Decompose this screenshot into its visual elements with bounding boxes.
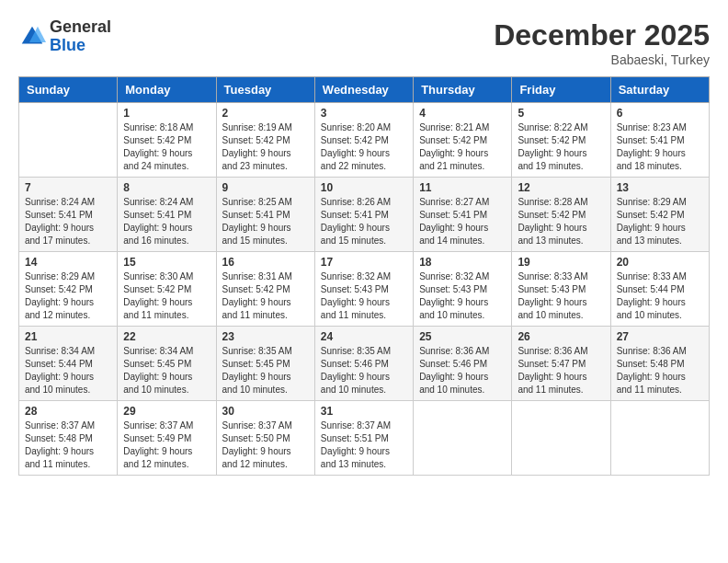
calendar-cell: 21Sunrise: 8:34 AMSunset: 5:44 PMDayligh… — [19, 327, 118, 401]
calendar-week-row: 1Sunrise: 8:18 AMSunset: 5:42 PMDaylight… — [19, 103, 710, 178]
day-info: Sunrise: 8:36 AMSunset: 5:48 PMDaylight:… — [617, 345, 703, 396]
day-number: 26 — [518, 330, 604, 343]
day-number: 15 — [123, 256, 210, 269]
header-day-monday: Monday — [118, 77, 216, 103]
calendar-cell: 11Sunrise: 8:27 AMSunset: 5:41 PMDayligh… — [414, 178, 512, 252]
day-info: Sunrise: 8:36 AMSunset: 5:46 PMDaylight:… — [419, 345, 506, 396]
day-info: Sunrise: 8:24 AMSunset: 5:41 PMDaylight:… — [123, 196, 210, 247]
day-info: Sunrise: 8:34 AMSunset: 5:45 PMDaylight:… — [123, 345, 210, 396]
day-number: 27 — [617, 330, 703, 343]
calendar-cell: 28Sunrise: 8:37 AMSunset: 5:48 PMDayligh… — [19, 401, 118, 476]
day-number: 29 — [123, 405, 210, 418]
day-number: 16 — [222, 256, 309, 269]
day-number: 24 — [321, 330, 407, 343]
day-info: Sunrise: 8:22 AMSunset: 5:42 PMDaylight:… — [518, 121, 604, 173]
day-number: 28 — [25, 405, 111, 418]
day-info: Sunrise: 8:35 AMSunset: 5:45 PMDaylight:… — [222, 345, 309, 396]
calendar-week-row: 21Sunrise: 8:34 AMSunset: 5:44 PMDayligh… — [19, 327, 710, 401]
calendar-week-row: 14Sunrise: 8:29 AMSunset: 5:42 PMDayligh… — [19, 252, 710, 327]
day-number: 5 — [518, 107, 604, 120]
day-info: Sunrise: 8:20 AMSunset: 5:42 PMDaylight:… — [321, 121, 407, 173]
day-info: Sunrise: 8:26 AMSunset: 5:41 PMDaylight:… — [321, 196, 407, 247]
logo-general-text: General — [50, 18, 111, 37]
logo-icon — [18, 23, 46, 51]
calendar-cell: 5Sunrise: 8:22 AMSunset: 5:42 PMDaylight… — [512, 103, 610, 178]
day-number: 25 — [419, 330, 506, 343]
calendar-cell: 26Sunrise: 8:36 AMSunset: 5:47 PMDayligh… — [512, 327, 610, 401]
day-number: 1 — [123, 107, 210, 120]
day-number: 11 — [419, 181, 506, 194]
calendar-cell: 20Sunrise: 8:33 AMSunset: 5:44 PMDayligh… — [610, 252, 709, 327]
day-number: 12 — [518, 181, 604, 194]
header-day-wednesday: Wednesday — [314, 77, 413, 103]
day-info: Sunrise: 8:31 AMSunset: 5:42 PMDaylight:… — [222, 270, 309, 322]
day-info: Sunrise: 8:36 AMSunset: 5:47 PMDaylight:… — [518, 345, 604, 396]
day-number: 17 — [321, 256, 407, 269]
day-number: 18 — [419, 256, 506, 269]
day-number: 21 — [25, 330, 111, 343]
calendar-cell — [414, 401, 512, 476]
month-title: December 2025 — [494, 18, 710, 52]
calendar-cell: 3Sunrise: 8:20 AMSunset: 5:42 PMDaylight… — [314, 103, 413, 178]
day-info: Sunrise: 8:29 AMSunset: 5:42 PMDaylight:… — [25, 270, 111, 322]
day-number: 3 — [321, 107, 407, 120]
calendar-cell — [19, 103, 118, 178]
calendar-cell: 17Sunrise: 8:32 AMSunset: 5:43 PMDayligh… — [314, 252, 413, 327]
header-day-tuesday: Tuesday — [216, 77, 314, 103]
calendar-cell: 9Sunrise: 8:25 AMSunset: 5:41 PMDaylight… — [216, 178, 314, 252]
calendar-cell: 29Sunrise: 8:37 AMSunset: 5:49 PMDayligh… — [118, 401, 216, 476]
header-day-sunday: Sunday — [19, 77, 118, 103]
calendar-cell: 10Sunrise: 8:26 AMSunset: 5:41 PMDayligh… — [314, 178, 413, 252]
day-number: 8 — [123, 181, 210, 194]
calendar-table: SundayMondayTuesdayWednesdayThursdayFrid… — [18, 76, 710, 476]
day-number: 10 — [321, 181, 407, 194]
header-day-thursday: Thursday — [414, 77, 512, 103]
day-info: Sunrise: 8:37 AMSunset: 5:51 PMDaylight:… — [321, 419, 407, 471]
day-number: 23 — [222, 330, 309, 343]
day-info: Sunrise: 8:35 AMSunset: 5:46 PMDaylight:… — [321, 345, 407, 396]
calendar-cell: 24Sunrise: 8:35 AMSunset: 5:46 PMDayligh… — [314, 327, 413, 401]
calendar-cell: 6Sunrise: 8:23 AMSunset: 5:41 PMDaylight… — [610, 103, 709, 178]
day-number: 14 — [25, 256, 111, 269]
day-info: Sunrise: 8:21 AMSunset: 5:42 PMDaylight:… — [419, 121, 506, 173]
calendar-cell: 4Sunrise: 8:21 AMSunset: 5:42 PMDaylight… — [414, 103, 512, 178]
day-number: 22 — [123, 330, 210, 343]
title-block: December 2025 Babaeski, Turkey — [494, 18, 710, 67]
calendar-cell: 14Sunrise: 8:29 AMSunset: 5:42 PMDayligh… — [19, 252, 118, 327]
calendar-cell: 19Sunrise: 8:33 AMSunset: 5:43 PMDayligh… — [512, 252, 610, 327]
day-number: 30 — [222, 405, 309, 418]
day-info: Sunrise: 8:29 AMSunset: 5:42 PMDaylight:… — [617, 196, 703, 247]
calendar-cell: 22Sunrise: 8:34 AMSunset: 5:45 PMDayligh… — [118, 327, 216, 401]
day-info: Sunrise: 8:27 AMSunset: 5:41 PMDaylight:… — [419, 196, 506, 247]
day-number: 19 — [518, 256, 604, 269]
day-info: Sunrise: 8:28 AMSunset: 5:42 PMDaylight:… — [518, 196, 604, 247]
calendar-cell: 15Sunrise: 8:30 AMSunset: 5:42 PMDayligh… — [118, 252, 216, 327]
day-number: 6 — [617, 107, 703, 120]
day-number: 20 — [617, 256, 703, 269]
calendar-header-row: SundayMondayTuesdayWednesdayThursdayFrid… — [19, 77, 710, 103]
day-info: Sunrise: 8:33 AMSunset: 5:43 PMDaylight:… — [518, 270, 604, 322]
day-info: Sunrise: 8:25 AMSunset: 5:41 PMDaylight:… — [222, 196, 309, 247]
calendar-cell: 23Sunrise: 8:35 AMSunset: 5:45 PMDayligh… — [216, 327, 314, 401]
day-info: Sunrise: 8:24 AMSunset: 5:41 PMDaylight:… — [25, 196, 111, 247]
day-number: 9 — [222, 181, 309, 194]
day-info: Sunrise: 8:23 AMSunset: 5:41 PMDaylight:… — [617, 121, 703, 173]
header-day-saturday: Saturday — [610, 77, 709, 103]
day-number: 7 — [25, 181, 111, 194]
calendar-cell: 27Sunrise: 8:36 AMSunset: 5:48 PMDayligh… — [610, 327, 709, 401]
day-info: Sunrise: 8:34 AMSunset: 5:44 PMDaylight:… — [25, 345, 111, 396]
day-info: Sunrise: 8:30 AMSunset: 5:42 PMDaylight:… — [123, 270, 210, 322]
calendar-week-row: 28Sunrise: 8:37 AMSunset: 5:48 PMDayligh… — [19, 401, 710, 476]
day-info: Sunrise: 8:37 AMSunset: 5:48 PMDaylight:… — [25, 419, 111, 471]
day-info: Sunrise: 8:33 AMSunset: 5:44 PMDaylight:… — [617, 270, 703, 322]
day-info: Sunrise: 8:18 AMSunset: 5:42 PMDaylight:… — [123, 121, 210, 173]
day-info: Sunrise: 8:32 AMSunset: 5:43 PMDaylight:… — [321, 270, 407, 322]
calendar-cell: 1Sunrise: 8:18 AMSunset: 5:42 PMDaylight… — [118, 103, 216, 178]
day-info: Sunrise: 8:37 AMSunset: 5:49 PMDaylight:… — [123, 419, 210, 471]
calendar-cell: 8Sunrise: 8:24 AMSunset: 5:41 PMDaylight… — [118, 178, 216, 252]
calendar-cell: 30Sunrise: 8:37 AMSunset: 5:50 PMDayligh… — [216, 401, 314, 476]
calendar-cell — [512, 401, 610, 476]
page-header: General Blue December 2025 Babaeski, Tur… — [18, 18, 710, 67]
calendar-cell: 25Sunrise: 8:36 AMSunset: 5:46 PMDayligh… — [414, 327, 512, 401]
day-info: Sunrise: 8:19 AMSunset: 5:42 PMDaylight:… — [222, 121, 309, 173]
